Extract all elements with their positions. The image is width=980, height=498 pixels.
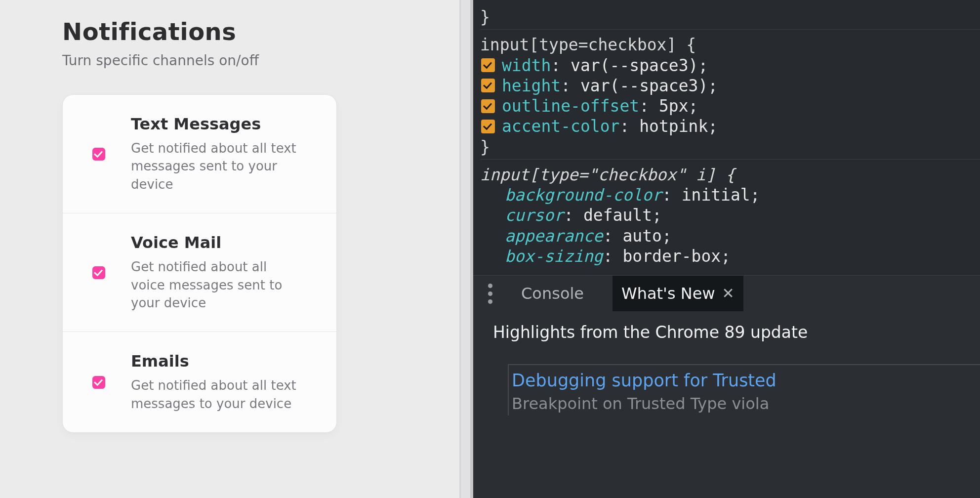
- checkbox-text-messages[interactable]: [92, 148, 105, 161]
- css-prop: cursor: [505, 205, 564, 225]
- css-prop[interactable]: outline-offset: [502, 96, 639, 116]
- row-title: Voice Mail: [131, 233, 313, 252]
- css-val: initial: [682, 185, 750, 205]
- css-selector: input[type="checkbox" i]: [480, 165, 716, 184]
- kebab-menu-icon[interactable]: [488, 284, 492, 304]
- row-text: Voice Mail Get notified about all voice …: [131, 233, 313, 312]
- tab-whats-new[interactable]: What's New ✕: [612, 276, 743, 311]
- notification-row-text-messages: Text Messages Get notified about all tex…: [63, 95, 336, 213]
- page-subtitle: Turn specific channels on/off: [62, 52, 400, 69]
- brace-open: {: [686, 35, 696, 54]
- css-prop[interactable]: width: [502, 55, 551, 76]
- css-selector[interactable]: input[type=checkbox]: [480, 35, 676, 54]
- row-desc: Get notified about all text messages to …: [131, 376, 299, 413]
- css-prop[interactable]: height: [502, 76, 561, 96]
- css-decl: background-color: initial;: [480, 185, 980, 205]
- css-decl[interactable]: outline-offset: 5px;: [480, 96, 980, 116]
- rendered-page: Notifications Turn specific channels on/…: [0, 0, 459, 498]
- css-decl: cursor: default;: [480, 205, 980, 225]
- devtools-drawer: Console What's New ✕ Highlights from the…: [473, 275, 980, 498]
- css-val[interactable]: 5px: [659, 96, 689, 116]
- pane-splitter[interactable]: [459, 0, 473, 498]
- notifications-card: Text Messages Get notified about all tex…: [62, 94, 337, 433]
- css-prop: appearance: [505, 226, 603, 246]
- drawer-body: Highlights from the Chrome 89 update Deb…: [473, 311, 980, 498]
- drawer-tabbar: Console What's New ✕: [473, 276, 980, 311]
- css-prop: box-sizing: [505, 246, 603, 266]
- enable-toggle-icon[interactable]: [481, 99, 495, 113]
- brace-close-line: }: [480, 137, 980, 157]
- styles-pane[interactable]: } input[type=checkbox] { width: var(--sp…: [473, 0, 980, 275]
- css-rule-ua-checkbox: input[type="checkbox" i] { background-co…: [480, 163, 980, 268]
- css-val: auto: [622, 226, 661, 246]
- rule-selector-line: input[type="checkbox" i] {: [480, 165, 980, 185]
- css-val[interactable]: var(--space3): [580, 76, 708, 96]
- page-title: Notifications: [62, 18, 400, 45]
- enable-toggle-icon[interactable]: [481, 120, 495, 133]
- enable-toggle-icon[interactable]: [481, 79, 495, 92]
- row-desc: Get notified about all text messages sen…: [131, 139, 299, 193]
- rule-selector-line[interactable]: input[type=checkbox] {: [480, 35, 980, 55]
- notification-row-voice-mail: Voice Mail Get notified about all voice …: [63, 213, 336, 332]
- devtools-panel: } input[type=checkbox] { width: var(--sp…: [473, 0, 980, 498]
- css-rule-prev-close: }: [480, 5, 980, 30]
- css-val[interactable]: var(--space3): [571, 55, 698, 76]
- css-decl[interactable]: width: var(--space3);: [480, 55, 980, 76]
- css-prop[interactable]: accent-color: [502, 116, 619, 136]
- checkbox-voice-mail[interactable]: [92, 266, 105, 279]
- article-title-link[interactable]: Debugging support for Trusted: [509, 370, 980, 392]
- css-val: border-box: [622, 246, 721, 266]
- checkbox-emails[interactable]: [92, 376, 105, 389]
- app-root: Notifications Turn specific channels on/…: [0, 0, 980, 498]
- tab-console[interactable]: Console: [512, 276, 593, 311]
- close-icon[interactable]: ✕: [722, 284, 735, 303]
- css-decl: box-sizing: border-box;: [480, 246, 980, 266]
- whats-new-headline: Highlights from the Chrome 89 update: [493, 322, 980, 342]
- tab-label: What's New: [621, 284, 715, 303]
- css-decl: appearance: auto;: [480, 226, 980, 246]
- css-prop: background-color: [505, 185, 662, 205]
- row-text: Text Messages Get notified about all tex…: [131, 115, 313, 193]
- whats-new-article[interactable]: Debugging support for Trusted Breakpoint…: [508, 364, 980, 415]
- row-text: Emails Get notified about all text messa…: [131, 352, 313, 413]
- css-decl[interactable]: accent-color: hotpink;: [480, 116, 980, 136]
- row-desc: Get notified about all voice messages se…: [131, 258, 299, 312]
- css-val[interactable]: hotpink: [639, 116, 708, 136]
- css-rule-checkbox[interactable]: input[type=checkbox] { width: var(--spac…: [480, 33, 980, 160]
- notification-row-emails: Emails Get notified about all text messa…: [63, 332, 336, 432]
- enable-toggle-icon[interactable]: [481, 58, 495, 72]
- row-title: Text Messages: [131, 115, 313, 133]
- article-subtitle: Breakpoint on Trusted Type viola: [509, 394, 980, 414]
- css-val: default: [583, 205, 652, 225]
- brace-close: }: [480, 7, 490, 27]
- row-title: Emails: [131, 352, 313, 371]
- css-decl[interactable]: height: var(--space3);: [480, 76, 980, 96]
